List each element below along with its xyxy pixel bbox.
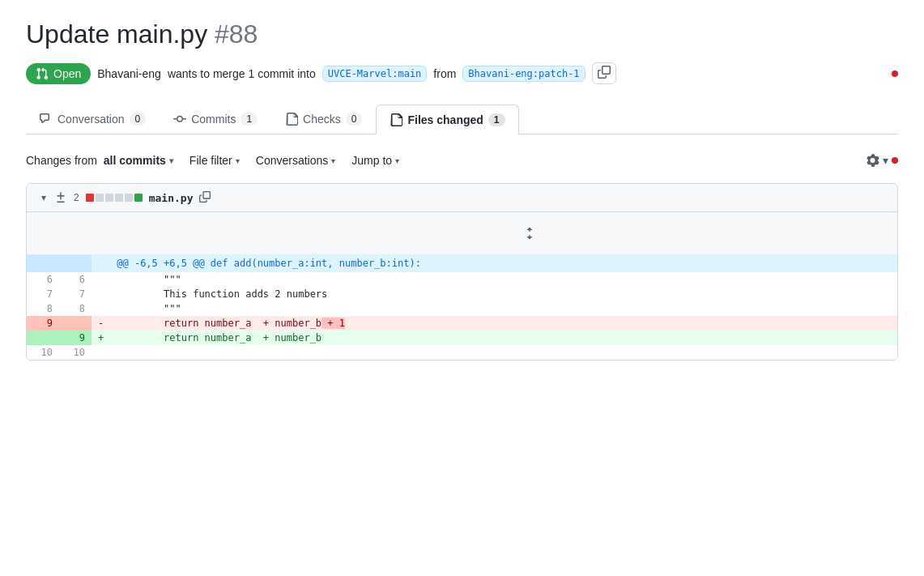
pr-author: Bhavani-eng	[97, 67, 161, 80]
tab-conversation-label: Conversation	[57, 113, 125, 126]
diff-file-header: ▾ 2 main.py	[27, 184, 897, 212]
pr-number: #88	[215, 19, 258, 49]
pr-title: Update main.py #88	[26, 19, 898, 49]
line-sign-6	[92, 272, 110, 287]
jump-to-button[interactable]: Jump to ▾	[348, 151, 402, 170]
base-branch[interactable]: UVCE-Marvel:main	[322, 66, 428, 82]
pr-open-icon	[36, 67, 49, 80]
file-filter-button[interactable]: File filter ▾	[186, 151, 243, 170]
diff-lines-count: 2	[74, 192, 79, 203]
tab-files-changed[interactable]: Files changed 1	[376, 105, 518, 134]
line-sign-7	[92, 287, 110, 301]
changes-from: Changes from all commits ▾	[26, 151, 177, 170]
tab-conversation-count: 0	[130, 113, 147, 126]
line-code-removed: return number_a + number_b + 1	[110, 316, 897, 331]
pr-from-text: from	[433, 67, 456, 80]
diff-added-row: 9 + return number_a + number_b	[27, 331, 897, 345]
diff-square-gray-3	[115, 194, 123, 202]
checks-icon	[285, 113, 298, 126]
diff-square-gray-2	[105, 194, 113, 202]
line-code-10	[110, 345, 897, 360]
conversation-icon	[40, 113, 53, 126]
line-sign-removed: -	[92, 316, 110, 331]
pr-meta: Open Bhavani-eng wants to merge 1 commit…	[26, 62, 898, 84]
tab-checks-label: Checks	[303, 113, 341, 126]
gear-chevron: ▾	[883, 154, 888, 167]
commits-icon	[173, 113, 186, 126]
line-num-left-9-removed: 9	[27, 316, 59, 331]
line-num-left-10: 10	[27, 345, 59, 360]
gear-area: ▾	[867, 154, 898, 167]
removed-code-base: return number_a + number_b	[164, 318, 321, 329]
line-num-right-8: 8	[59, 301, 92, 316]
gear-button[interactable]: ▾	[867, 154, 888, 167]
diff-context-row: 10 10	[27, 345, 897, 360]
expand-cell[interactable]	[92, 212, 897, 254]
hunk-header-text: @@ -6,5 +6,5 @@ def add(number_a:int, nu…	[110, 254, 897, 272]
page-container: Update main.py #88 Open Bhavani-eng want…	[0, 0, 924, 380]
removed-highlight: + 1	[321, 318, 345, 329]
changes-from-chevron: ▾	[169, 156, 173, 165]
changes-from-link: all commits	[104, 154, 166, 167]
pr-meta-text: wants to merge 1 commit into	[168, 67, 316, 80]
notification-dot	[892, 70, 898, 77]
line-code-added: return number_a + number_b	[110, 331, 897, 345]
conversations-chevron: ▾	[331, 156, 335, 165]
tab-commits[interactable]: Commits 1	[160, 104, 271, 134]
line-code-8: """	[110, 301, 897, 316]
diff-table: @@ -6,5 +6,5 @@ def add(number_a:int, nu…	[27, 212, 897, 360]
gear-icon	[867, 154, 879, 167]
line-num-left-9-added	[27, 331, 59, 345]
tab-checks[interactable]: Checks 0	[271, 104, 376, 134]
pr-title-text: Update main.py	[26, 19, 207, 49]
line-num-left-7: 7	[27, 287, 59, 301]
line-num-left-6: 6	[27, 272, 59, 287]
line-num-right-9-removed	[59, 316, 92, 331]
line-num-right-6: 6	[59, 272, 92, 287]
copy-filename-icon	[199, 191, 211, 203]
hunk-line-num-right	[59, 254, 92, 272]
tab-checks-count: 0	[346, 113, 363, 126]
tab-commits-label: Commits	[191, 113, 236, 126]
diff-toggle-button[interactable]: ▾	[40, 190, 48, 205]
hunk-line-num-left	[27, 254, 59, 272]
diff-lines-icon	[54, 191, 67, 204]
diff-hunk-row: @@ -6,5 +6,5 @@ def add(number_a:int, nu…	[27, 254, 897, 272]
tab-files-changed-count: 1	[488, 113, 505, 126]
tab-files-changed-label: Files changed	[407, 113, 483, 126]
open-badge-label: Open	[53, 67, 81, 80]
diff-context-row: 7 7 This function adds 2 numbers	[27, 287, 897, 301]
diff-square-green	[134, 194, 143, 202]
line-num-right-9-added: 9	[59, 331, 92, 345]
expand-line-num-right	[59, 212, 92, 254]
file-filter-chevron: ▾	[236, 156, 240, 165]
hunk-sign	[92, 254, 110, 272]
conversations-button[interactable]: Conversations ▾	[253, 151, 339, 170]
line-sign-added: +	[92, 331, 110, 345]
line-sign-8	[92, 301, 110, 316]
diff-removed-row: 9 - return number_a + number_b + 1	[27, 316, 897, 331]
open-badge: Open	[26, 63, 91, 84]
expand-icon	[523, 227, 536, 240]
head-branch[interactable]: Bhavani-eng:patch-1	[462, 66, 585, 82]
diff-copy-filename-button[interactable]	[199, 191, 211, 205]
conversations-label: Conversations	[256, 154, 329, 167]
copy-branch-button[interactable]	[592, 62, 616, 84]
line-code-7: This function adds 2 numbers	[110, 287, 897, 301]
line-sign-10	[92, 345, 110, 360]
tab-conversation[interactable]: Conversation 0	[26, 104, 160, 134]
gear-notification-dot	[892, 157, 898, 164]
copy-icon	[598, 66, 611, 79]
diff-container: ▾ 2 main.py	[26, 183, 898, 361]
changes-from-button[interactable]: all commits ▾	[100, 151, 177, 170]
diff-context-row: 8 8 """	[27, 301, 897, 316]
changes-from-label: Changes from	[26, 154, 97, 167]
expand-line-num-left	[27, 212, 59, 254]
files-changed-icon	[390, 113, 402, 126]
line-code-6: """	[110, 272, 897, 287]
diff-square-red	[86, 194, 94, 202]
jump-to-label: Jump to	[351, 154, 392, 167]
line-num-right-10: 10	[59, 345, 92, 360]
jump-to-chevron: ▾	[395, 156, 399, 165]
line-num-right-7: 7	[59, 287, 92, 301]
